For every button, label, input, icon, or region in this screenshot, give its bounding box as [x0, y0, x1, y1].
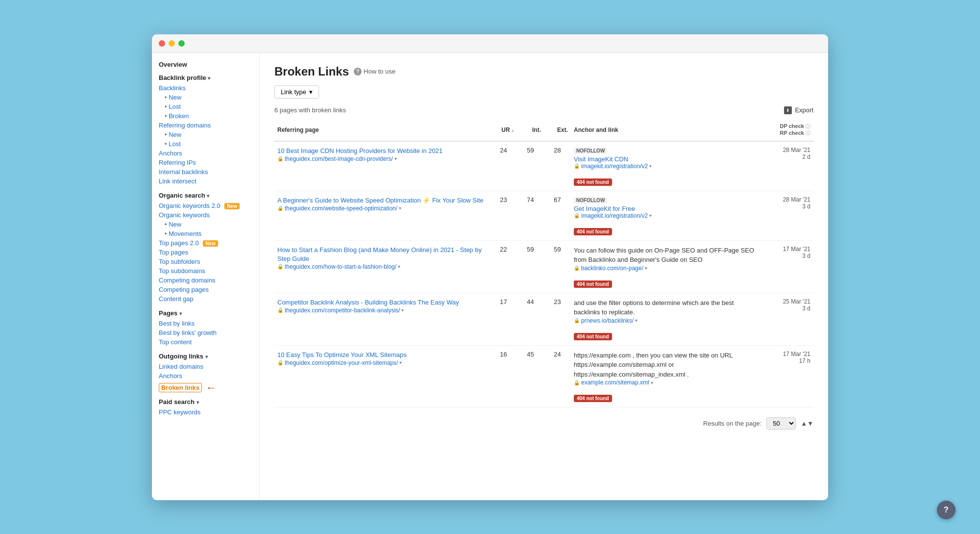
broken-url-link[interactable]: imagekit.io/registration/v2 ▾: [581, 163, 652, 170]
sidebar-item-ppc-keywords[interactable]: PPC keywords: [159, 407, 252, 417]
sidebar-paid-search-title[interactable]: Paid search ▾: [159, 398, 252, 406]
close-dot[interactable]: [159, 40, 165, 47]
sidebar-item-best-by-links-growth[interactable]: Best by links' growth: [159, 328, 252, 337]
export-button[interactable]: ⬇ Export: [784, 106, 813, 114]
sidebar-item-top-content[interactable]: Top content: [159, 337, 252, 347]
sidebar-overview: Overview: [159, 61, 252, 68]
sidebar-item-top-subfolders[interactable]: Top subfolders: [159, 257, 252, 266]
broken-url-link[interactable]: backlinko.com/on-page/ ▾: [581, 265, 647, 272]
sidebar-item-backlinks-lost[interactable]: Lost: [165, 102, 252, 111]
broken-url-row: 🔒 prnews.io/backlinks/ ▾: [574, 317, 757, 324]
anchor-link-cell: NOFOLLOW Get ImageKit for Free 🔒 imageki…: [571, 191, 760, 240]
page-url-display: 🔒 theguidex.com/competitor-backlink-anal…: [277, 307, 487, 314]
how-to-use-link[interactable]: ? How to use: [354, 68, 395, 76]
dp-date: 17 Mar '21: [762, 351, 810, 357]
sidebar-item-best-by-links[interactable]: Best by links: [159, 319, 252, 328]
title-bar: [152, 34, 828, 53]
sidebar-item-top-pages-2[interactable]: Top pages 2.0 New: [159, 238, 252, 248]
sidebar-item-referring-domains[interactable]: Referring domains: [159, 121, 252, 130]
info-icon: ?: [354, 68, 362, 76]
sidebar-item-anchors-outgoing[interactable]: Anchors: [159, 371, 252, 381]
backlink-profile-arrow: ▾: [208, 76, 210, 81]
sidebar-item-internal-backlinks[interactable]: Internal backlinks: [159, 167, 252, 177]
pagination-select[interactable]: 50 100 200: [766, 417, 796, 430]
sidebar-item-linked-domains[interactable]: Linked domains: [159, 362, 252, 371]
url-chevron-icon: ▾: [401, 307, 404, 313]
sidebar-item-organic-new[interactable]: New: [165, 220, 252, 229]
broken-url-row: 🔒 backlinko.com/on-page/ ▾: [574, 265, 757, 272]
page-url-display: 🔒 theguidex.com/website-speed-optimizati…: [277, 205, 487, 212]
lock-icon: 🔒: [574, 318, 580, 323]
export-icon: ⬇: [784, 106, 792, 114]
page-url-text[interactable]: theguidex.com/website-speed-optimization…: [285, 205, 397, 212]
sidebar-item-competing-domains[interactable]: Competing domains: [159, 276, 252, 285]
sidebar-item-content-gap[interactable]: Content gap: [159, 294, 252, 304]
sidebar-item-referring-ips[interactable]: Referring IPs: [159, 158, 252, 167]
page-url-text[interactable]: theguidex.com/optimize-your-xml-sitemaps…: [285, 359, 398, 366]
anchor-text[interactable]: Visit ImageKit CDN: [574, 155, 628, 163]
anchor-text[interactable]: Get ImageKit for Free: [574, 205, 635, 212]
broken-url-row: 🔒 imagekit.io/registration/v2 ▾: [574, 163, 757, 170]
sidebar-item-referring-lost[interactable]: Lost: [165, 139, 252, 149]
page-title-link[interactable]: 10 Easy Tips To Optimize Your XML Sitema…: [277, 351, 487, 359]
sidebar-organic-search-title[interactable]: Organic search ▾: [159, 192, 252, 199]
page-title-link[interactable]: A Beginner's Guide to Website Speed Opti…: [277, 196, 487, 205]
page-title-row: Broken Links ? How to use: [274, 65, 813, 78]
page-title-link[interactable]: Competitor Backlink Analysis - Building …: [277, 298, 487, 307]
sidebar-item-backlinks-new[interactable]: New: [165, 93, 252, 102]
col-ur[interactable]: UR ↓: [490, 119, 517, 141]
lock-icon: 🔒: [277, 264, 283, 269]
lock-icon: 🔒: [277, 205, 283, 211]
dropdown-arrow-icon: ▾: [309, 88, 313, 96]
date-cell: 17 Mar '21 17 h: [760, 345, 813, 407]
maximize-dot[interactable]: [178, 40, 185, 47]
page-url-text[interactable]: theguidex.com/competitor-backlink-analys…: [285, 307, 400, 314]
sidebar-item-anchors[interactable]: Anchors: [159, 149, 252, 158]
not-found-badge: 404 not found: [574, 333, 612, 340]
chevron-down-icon: ▾: [645, 265, 647, 271]
help-button[interactable]: ?: [937, 501, 956, 519]
sidebar-item-broken-links[interactable]: Broken links: [159, 383, 202, 392]
sidebar-item-top-pages[interactable]: Top pages: [159, 248, 252, 257]
broken-url-link[interactable]: prnews.io/backlinks/ ▾: [581, 317, 637, 324]
sidebar-item-competing-pages[interactable]: Competing pages: [159, 285, 252, 294]
app-body: Overview Backlink profile ▾ Backlinks Ne…: [152, 53, 828, 500]
page-url-text[interactable]: theguidex.com/how-to-start-a-fashion-blo…: [285, 263, 396, 270]
sidebar-item-referring-new[interactable]: New: [165, 130, 252, 139]
pagination-arrows[interactable]: ▲▼: [801, 420, 813, 427]
inline-text: https://example.com , then you can view …: [574, 352, 733, 378]
int-cell: 59: [517, 240, 544, 293]
app-window: Overview Backlink profile ▾ Backlinks Ne…: [152, 34, 828, 500]
paid-search-arrow: ▾: [196, 400, 199, 405]
lock-icon: 🔒: [574, 265, 580, 271]
sidebar-item-organic-movements[interactable]: Movements: [165, 229, 252, 238]
anchor-link-cell: https://example.com , then you can view …: [571, 345, 760, 407]
broken-url-link[interactable]: imagekit.io/registration/v2 ▾: [581, 212, 652, 219]
table-row: Competitor Backlink Analysis - Building …: [274, 293, 813, 345]
rp-date: 2 d: [762, 153, 810, 160]
sidebar-outgoing-links-title[interactable]: Outgoing links ▾: [159, 353, 252, 360]
col-ext: Ext.: [544, 119, 571, 141]
col-int: Int.: [517, 119, 544, 141]
sidebar-item-link-intersect[interactable]: Link intersect: [159, 177, 252, 186]
pagination-label: Results on the page:: [703, 420, 761, 427]
sidebar-item-backlinks[interactable]: Backlinks: [159, 83, 252, 93]
minimize-dot[interactable]: [169, 40, 175, 47]
rp-date: 17 h: [762, 357, 810, 364]
not-found-badge: 404 not found: [574, 280, 612, 288]
sidebar-backlink-profile-title[interactable]: Backlink profile ▾: [159, 74, 252, 81]
sidebar-item-backlinks-broken[interactable]: Broken: [165, 111, 252, 121]
broken-url-link[interactable]: example.com/sitemap.xml ▾: [581, 379, 653, 386]
ext-cell: 67: [544, 191, 571, 240]
page-url-text[interactable]: theguidex.com/best-image-cdn-providers/: [285, 155, 393, 162]
dp-date: 28 Mar '21: [762, 196, 810, 203]
ur-sort-icon: ↓: [512, 127, 514, 133]
sidebar-item-organic-keywords[interactable]: Organic keywords: [159, 210, 252, 220]
page-title-link[interactable]: 10 Best Image CDN Hosting Providers for …: [277, 147, 487, 155]
link-type-dropdown[interactable]: Link type ▾: [274, 85, 319, 99]
sidebar-item-organic-keywords-2[interactable]: Organic keywords 2.0 New: [159, 201, 252, 210]
sidebar-item-top-subdomains[interactable]: Top subdomains: [159, 266, 252, 276]
page-title-link[interactable]: How to Start a Fashion Blog (and Make Mo…: [277, 246, 487, 263]
sidebar-pages-title[interactable]: Pages ▾: [159, 309, 252, 317]
rp-check-header: RP check ⓘ: [762, 130, 810, 137]
